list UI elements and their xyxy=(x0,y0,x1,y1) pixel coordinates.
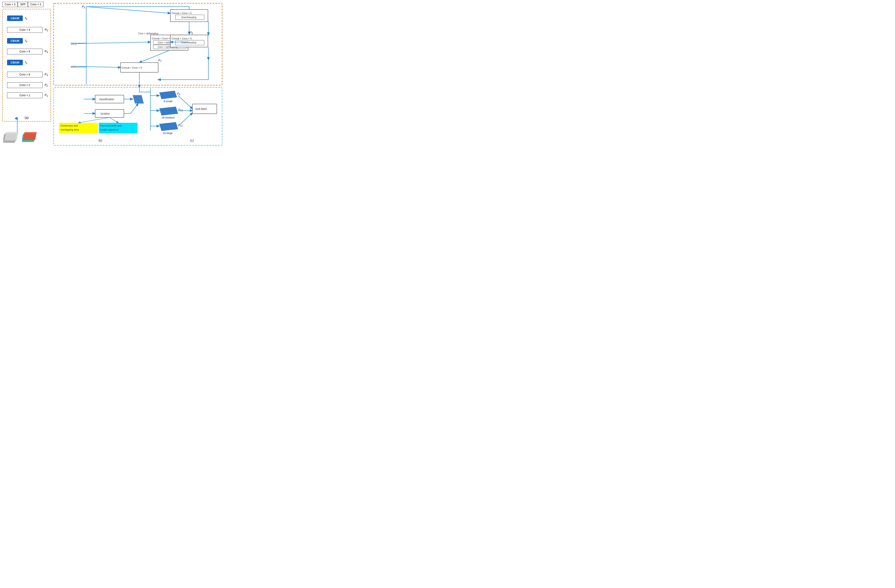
svg-text:(b): (b) xyxy=(99,139,102,142)
svg-text:DownSampling: DownSampling xyxy=(181,16,196,18)
svg-text:32-large: 32-large xyxy=(163,132,173,135)
svg-text:conv: conv xyxy=(71,65,77,68)
svg-text:DownSampling: DownSampling xyxy=(181,41,196,44)
svg-line-71 xyxy=(79,117,109,123)
svg-text:P9: P9 xyxy=(177,92,180,96)
svg-marker-77 xyxy=(159,107,178,115)
svg-text:Improved width and: Improved width and xyxy=(100,124,121,127)
svg-text:(c): (c) xyxy=(190,139,194,142)
svg-text:conv: conv xyxy=(71,42,77,45)
svg-text:Conv + UpSampling: Conv + UpSampling xyxy=(138,32,158,35)
svg-text:8-small: 8-small xyxy=(164,100,172,103)
svg-text:classification: classification xyxy=(99,98,114,101)
svg-marker-80 xyxy=(159,122,178,131)
svg-text:Soft-NMS: Soft-NMS xyxy=(195,108,207,111)
svg-line-16 xyxy=(86,7,170,13)
svg-line-39 xyxy=(140,50,169,63)
svg-text:overlapping area: overlapping area xyxy=(61,128,79,131)
svg-text:Concat + Conv × 5: Concat + Conv × 5 xyxy=(152,37,172,40)
svg-text:location: location xyxy=(101,112,110,115)
svg-line-64 xyxy=(130,103,138,114)
svg-text:Concat + Conv × 5: Concat + Conv × 5 xyxy=(171,12,192,14)
svg-text:P8: P8 xyxy=(190,31,193,35)
svg-text:16-medium: 16-medium xyxy=(161,116,175,119)
svg-line-89 xyxy=(178,95,193,109)
svg-line-72 xyxy=(109,117,118,123)
main-container: Conv × 3 SPP Conv × 3 CBAM f5 Conv × 4 P… xyxy=(0,0,223,147)
svg-text:Concat + Conv × 5: Concat + Conv × 5 xyxy=(122,67,142,69)
svg-text:height regression: height regression xyxy=(100,128,119,131)
svg-text:Concat + Conv × 5: Concat + Conv × 5 xyxy=(171,37,192,40)
svg-line-91 xyxy=(178,113,193,126)
svg-text:Centerness and: Centerness and xyxy=(61,124,78,127)
svg-text:P6: P6 xyxy=(82,5,85,9)
main-diagram-svg: P6 Concat + Conv × 5 DownSampling Concat… xyxy=(0,0,223,147)
svg-marker-74 xyxy=(159,91,177,99)
svg-text:P10: P10 xyxy=(178,108,183,112)
svg-line-41 xyxy=(77,42,150,44)
svg-marker-61 xyxy=(133,95,144,103)
svg-text:P7: P7 xyxy=(158,59,161,63)
